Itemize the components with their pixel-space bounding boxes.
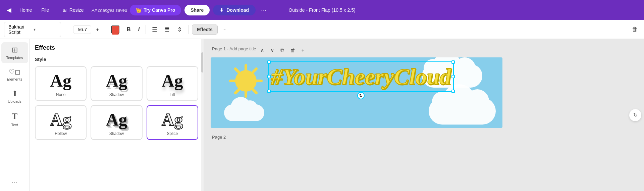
download-button[interactable]: ⬇ Download	[213, 5, 256, 15]
toolbar-separator-1	[105, 25, 105, 34]
style-preview-none: Ag	[50, 72, 71, 90]
canvas-text[interactable]: #YourCheeryCloud	[271, 64, 451, 89]
font-size-field[interactable]: 56.7	[73, 25, 91, 34]
page-delete-button[interactable]: 🗑	[288, 46, 298, 55]
canvas-rotate-button[interactable]: ↻	[629, 109, 641, 121]
more-options-button[interactable]: ···	[259, 4, 269, 16]
handle-bl[interactable]	[267, 90, 271, 93]
panel-scrollbar-thumb	[201, 52, 203, 73]
style-card-hollow[interactable]: Ag Hollow	[35, 105, 87, 140]
font-size-decrease[interactable]: –	[63, 25, 71, 34]
font-selector[interactable]: Bukhari Script ▾	[4, 22, 61, 37]
page-down-button[interactable]: ∨	[268, 46, 276, 55]
handle-ml[interactable]	[267, 75, 271, 78]
canvas-area[interactable]: Page 1 - Add page title ∧ ∨ ⧉ 🗑 +	[204, 39, 644, 191]
spacing-button[interactable]: ⇕	[174, 24, 185, 35]
page-nav-area: Page 1 - Add page title ∧ ∨ ⧉ 🗑 +	[211, 46, 637, 55]
panel-scrollbar[interactable]	[201, 39, 204, 191]
style-card-shadow2[interactable]: Ag Shadow	[91, 105, 142, 140]
topbar: ◀ Home File ⊞ Resize All changes saved O…	[0, 0, 644, 20]
italic-button[interactable]: I	[136, 25, 142, 35]
toolbar-separator-3	[188, 25, 189, 34]
style-label-shadow2: Shadow	[109, 131, 124, 136]
elements-label: Elements	[7, 77, 22, 81]
list-icon: ≣	[165, 26, 170, 33]
style-label-splice: Splice	[167, 131, 178, 136]
templates-icon: ⊞	[12, 46, 18, 54]
font-size-increase[interactable]: +	[93, 25, 102, 34]
font-color-button[interactable]	[109, 23, 122, 36]
sidebar-more-button[interactable]: ···	[11, 178, 17, 187]
try-pro-button[interactable]: 👑 Try Canva Pro	[130, 5, 181, 15]
style-label-shadow: Shadow	[109, 92, 124, 97]
cloud-left	[224, 104, 264, 121]
toolbar-more-icon: ···	[222, 27, 227, 32]
style-preview-shadow2: Ag	[106, 111, 127, 129]
style-preview-lift: Ag	[162, 72, 183, 90]
elements-icon: ♡◻	[9, 68, 20, 76]
style-card-splice[interactable]: Ag Splice	[147, 105, 198, 140]
topbar-left: ◀ Home File ⊞ Resize All changes saved	[4, 5, 127, 15]
style-preview-shadow: Ag	[106, 72, 127, 90]
back-button[interactable]: ◀	[4, 5, 14, 15]
delete-element-button[interactable]: 🗑	[630, 24, 640, 35]
save-status: All changes saved	[92, 8, 127, 13]
canvas-text-container[interactable]: #YourCheeryCloud ↻	[271, 64, 451, 89]
resize-icon: ⊞	[63, 7, 67, 13]
uploads-label: Uploads	[8, 99, 21, 103]
spacing-icon: ⇕	[177, 26, 182, 33]
page-add-button[interactable]: +	[300, 46, 307, 55]
home-button[interactable]: Home	[15, 5, 36, 15]
list-button[interactable]: ≣	[162, 24, 172, 35]
toolbar-more-button[interactable]: ···	[220, 25, 229, 34]
sidebar-item-uploads[interactable]: ⬆ Uploads	[1, 86, 28, 107]
sidebar-item-templates[interactable]: ⊞ Templates	[1, 42, 28, 63]
crown-icon: 👑	[136, 7, 142, 13]
rotate-handle[interactable]: ↻	[357, 92, 365, 99]
download-icon: ⬇	[220, 7, 224, 13]
style-card-shadow[interactable]: Ag Shadow	[91, 66, 142, 101]
font-dropdown-icon: ▾	[34, 27, 57, 32]
plus-icon: +	[96, 27, 99, 32]
document-title: Outside - Front Flap (10.5 x 2.5)	[288, 7, 355, 13]
toolbar-separator-2	[146, 25, 146, 34]
handle-tl[interactable]	[267, 60, 271, 64]
effects-button[interactable]: Effects	[192, 25, 218, 35]
file-button[interactable]: File	[37, 5, 53, 15]
sidebar-item-text[interactable]: T Text	[1, 108, 28, 130]
toolbar: Bukhari Script ▾ – 56.7 + B I ☰ ≣ ⇕ Effe…	[0, 20, 644, 39]
trash-icon: 🗑	[632, 26, 638, 33]
style-label-lift: Lift	[170, 92, 175, 97]
style-preview-hollow: Ag	[50, 111, 71, 129]
effects-panel-title: Effects	[35, 44, 198, 51]
font-size-value: 56.7	[76, 27, 88, 32]
toolbar-right: 🗑	[630, 24, 640, 35]
minus-icon: –	[66, 27, 68, 32]
color-swatch	[111, 26, 119, 34]
sidebar-item-elements[interactable]: ♡◻ Elements	[1, 64, 28, 85]
uploads-icon: ⬆	[12, 89, 18, 98]
text-align-button[interactable]: ☰	[149, 24, 160, 35]
page2-label: Page 2	[212, 135, 637, 140]
topbar-divider	[56, 5, 56, 15]
main-area: ⊞ Templates ♡◻ Elements ⬆ Uploads T Text…	[0, 39, 644, 191]
topbar-right: 👑 Try Canva Pro Share ⬇ Download ···	[130, 4, 269, 16]
style-card-lift[interactable]: Ag Lift	[147, 66, 198, 101]
style-label-none: None	[56, 92, 66, 97]
style-section-title: Style	[35, 57, 198, 62]
resize-button[interactable]: ⊞ Resize	[59, 5, 88, 15]
page-copy-button[interactable]: ⧉	[278, 46, 286, 55]
font-name: Bukhari Script	[8, 24, 32, 35]
style-label-hollow: Hollow	[55, 131, 67, 136]
style-grid: Ag None Ag Shadow Ag Lift Ag Hollow Ag S…	[35, 66, 198, 140]
page-up-button[interactable]: ∧	[258, 46, 266, 55]
effects-panel: Effects Style Ag None Ag Shadow Ag Lift …	[30, 39, 204, 191]
share-button[interactable]: Share	[184, 5, 210, 15]
cloud-right-2	[429, 98, 496, 125]
bold-button[interactable]: B	[124, 25, 133, 35]
canvas-frame: #YourCheeryCloud ↻	[211, 57, 502, 128]
canvas-float-buttons: ↻	[629, 109, 641, 121]
style-card-none[interactable]: Ag None	[35, 66, 87, 101]
more-icon: ···	[261, 6, 267, 14]
page1-label: Page 1 - Add page title	[212, 46, 256, 51]
